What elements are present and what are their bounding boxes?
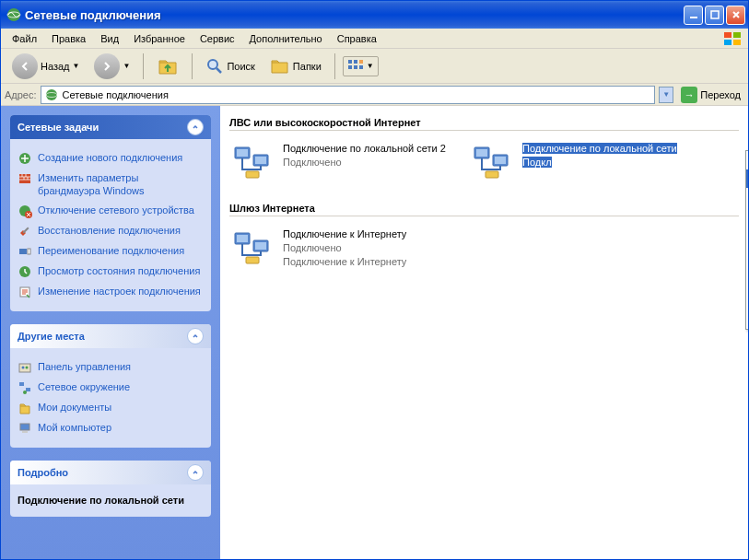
svg-rect-37: [255, 157, 266, 164]
window: Сетевые подключения Файл Правка Вид Избр…: [0, 0, 749, 560]
panel-body: Подключение по локальной сети: [10, 484, 211, 517]
firewall-icon: [18, 171, 32, 186]
connection-text: Подключение по локальной сетиПодкл: [522, 142, 697, 169]
search-button[interactable]: Поиск: [200, 54, 260, 78]
context-menu-item[interactable]: Создать ярлык: [746, 249, 748, 267]
go-button[interactable]: → Переход: [677, 87, 744, 103]
panel-body: Создание нового подключенияИзменить пара…: [10, 139, 211, 311]
go-arrow-icon: →: [681, 87, 697, 103]
task-link[interactable]: Отключение сетевого устройства: [18, 201, 204, 221]
svg-rect-38: [246, 171, 259, 178]
menu-help[interactable]: Справка: [330, 31, 384, 46]
task-link[interactable]: Мой компьютер: [18, 418, 204, 438]
connection-name: Подключение к Интернету: [283, 228, 406, 239]
close-button[interactable]: [726, 6, 745, 25]
panel-toggle-icon[interactable]: [187, 328, 204, 344]
task-link[interactable]: Просмотр состояния подключения: [18, 262, 204, 282]
connection-text: Подключение по локальной сети 2Подключен…: [283, 142, 458, 169]
panel-toggle-icon[interactable]: [187, 119, 204, 135]
svg-rect-29: [19, 382, 24, 386]
svg-rect-47: [255, 242, 266, 250]
settings-icon: [18, 285, 32, 299]
menu-favorites[interactable]: Избранное: [126, 31, 193, 46]
task-link[interactable]: Сетевое окружение: [18, 378, 204, 398]
toolbar-separator: [334, 53, 335, 79]
section: ЛВС или высокоскоростной ИнтернетПодключ…: [229, 117, 739, 184]
sidebar-panel: Другие местаПанель управленияСетевое окр…: [10, 324, 211, 448]
svg-rect-5: [733, 32, 741, 38]
address-input[interactable]: Сетевые подключения: [41, 86, 656, 104]
svg-point-31: [23, 391, 27, 394]
views-button[interactable]: ▼: [343, 56, 379, 76]
network-icon: [18, 380, 32, 395]
folders-button[interactable]: Папки: [264, 54, 327, 78]
connection-status: Подключено: [283, 157, 342, 168]
context-menu-item[interactable]: Состояние: [746, 169, 748, 188]
svg-rect-30: [26, 388, 30, 391]
chevron-down-icon: ▼: [662, 90, 670, 99]
panel-header[interactable]: Подробно: [10, 461, 211, 484]
context-menu-item[interactable]: Свойства: [746, 310, 748, 329]
context-menu-item[interactable]: Отключить: [746, 151, 748, 169]
task-label: Изменить параметры брандмауэра Windows: [38, 171, 204, 198]
task-link[interactable]: Панель управления: [18, 357, 204, 378]
chevron-down-icon: ▼: [367, 62, 374, 70]
task-label: Создание нового подключения: [38, 151, 182, 164]
address-value: Сетевые подключения: [63, 89, 169, 100]
svg-rect-12: [348, 65, 352, 69]
task-label: Отключение сетевого устройства: [38, 204, 194, 216]
context-menu-item[interactable]: Подключения типа мост: [746, 213, 748, 242]
forward-button[interactable]: ▼: [88, 51, 135, 82]
svg-rect-7: [733, 40, 741, 45]
svg-rect-26: [19, 364, 30, 372]
titlebar: Сетевые подключения: [1, 1, 748, 29]
svg-rect-40: [476, 149, 487, 157]
panel-header[interactable]: Другие места: [10, 324, 211, 348]
up-button[interactable]: [151, 52, 184, 80]
panel-header[interactable]: Сетевые задачи: [10, 115, 211, 139]
toolbar: Назад ▼ ▼ Поиск Папки ▼: [1, 49, 748, 84]
panel-toggle-icon[interactable]: [187, 464, 204, 481]
back-button[interactable]: Назад ▼: [6, 51, 85, 82]
minimize-button[interactable]: [684, 6, 703, 25]
context-menu-item[interactable]: Исправить: [746, 188, 748, 206]
views-icon: [347, 59, 364, 74]
task-link[interactable]: Мои документы: [18, 398, 204, 418]
panel-title: Сетевые задачи: [18, 122, 99, 133]
connection-item[interactable]: Подключение по локальной сети 2Подключен…: [229, 140, 460, 184]
address-dropdown[interactable]: ▼: [659, 87, 673, 103]
task-link[interactable]: Создание нового подключения: [18, 148, 204, 169]
chevron-down-icon: ▼: [123, 62, 130, 70]
task-label: Изменение настроек подключения: [38, 285, 201, 298]
menu-view[interactable]: Вид: [93, 31, 126, 46]
menu-edit[interactable]: Правка: [44, 31, 93, 46]
items-container: Подключение к ИнтернетуПодключеноПодключ…: [229, 226, 739, 271]
task-link[interactable]: Изменение настроек подключения: [18, 282, 204, 302]
connection-icon: [231, 142, 275, 182]
svg-rect-6: [724, 40, 731, 45]
task-link[interactable]: Переименование подключения: [18, 241, 204, 262]
chevron-down-icon: ▼: [73, 62, 80, 70]
sidebar-panel: ПодробноПодключение по локальной сети: [10, 461, 211, 517]
menu-advanced[interactable]: Дополнительно: [242, 31, 330, 46]
panel-title: Другие места: [18, 331, 85, 342]
connection-item[interactable]: Подключение к ИнтернетуПодключеноПодключ…: [229, 226, 460, 271]
task-link[interactable]: Изменить параметры брандмауэра Windows: [18, 169, 204, 201]
svg-rect-2: [690, 17, 697, 18]
task-label: Восстановление подключения: [38, 224, 181, 237]
svg-rect-11: [359, 60, 363, 64]
connection-item[interactable]: Подключение по локальной сетиПодкл: [469, 140, 699, 184]
svg-rect-18: [19, 174, 30, 183]
window-controls: [684, 6, 745, 25]
menu-file[interactable]: Файл: [5, 31, 44, 46]
connection-name: Подключение по локальной сети: [522, 143, 677, 154]
svg-point-15: [46, 89, 57, 100]
maximize-button[interactable]: [705, 6, 724, 25]
new-conn-icon: [18, 151, 32, 166]
menu-tools[interactable]: Сервис: [193, 31, 242, 46]
context-menu-item[interactable]: Переименовать: [746, 286, 748, 304]
task-link[interactable]: Восстановление подключения: [18, 221, 204, 241]
app-icon: [6, 7, 21, 22]
svg-rect-10: [354, 60, 357, 64]
svg-point-27: [22, 366, 25, 368]
